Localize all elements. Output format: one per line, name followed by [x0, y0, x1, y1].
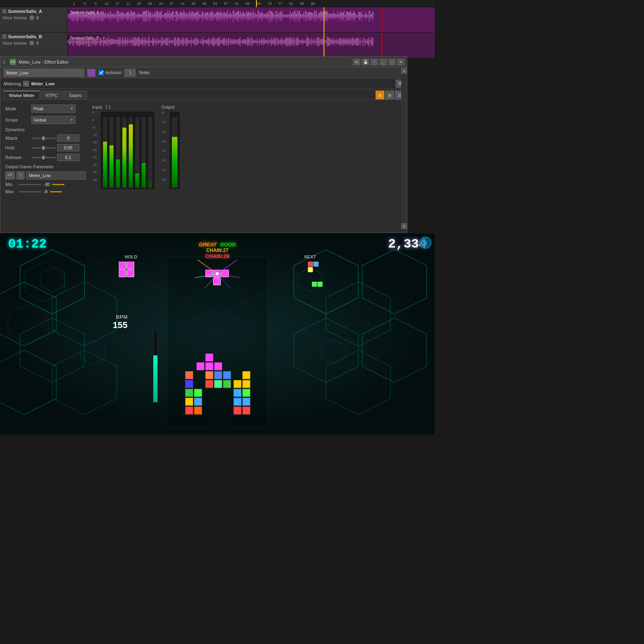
- svg-rect-743: [360, 38, 361, 45]
- help-btn[interactable]: ?: [371, 59, 378, 65]
- svg-rect-448: [122, 37, 123, 47]
- svg-rect-603: [247, 37, 248, 46]
- svg-rect-489: [155, 37, 156, 46]
- tab-rtpc[interactable]: RTPC: [41, 91, 63, 99]
- view-btn-1[interactable]: ▦: [376, 91, 384, 99]
- track-volume-knob-a[interactable]: [29, 15, 34, 20]
- svg-rect-715: [337, 40, 338, 43]
- track-playhead-b[interactable]: [324, 33, 324, 58]
- svg-rect-553: [207, 39, 208, 44]
- svg-rect-339: [341, 14, 341, 19]
- right-scrollbar[interactable]: ▲ ▼: [401, 68, 407, 229]
- effect-color-picker[interactable]: [87, 69, 95, 77]
- scroll-track[interactable]: [401, 74, 407, 223]
- attack-value[interactable]: 0: [57, 134, 79, 142]
- svg-rect-202: [230, 12, 231, 20]
- file-btn[interactable]: 🗁: [353, 59, 360, 65]
- min-slider[interactable]: [19, 184, 41, 185]
- mode-dropdown[interactable]: Peak ▼: [31, 105, 76, 113]
- ogp-name: Meter_Low: [26, 171, 86, 180]
- max-color-line: [50, 191, 62, 192]
- svg-rect-590: [237, 39, 237, 44]
- svg-rect-25: [88, 12, 89, 20]
- notes-btn[interactable]: Notes: [139, 70, 149, 75]
- track-waveform-a[interactable]: SummerSalts_A (function(){ var g = docum…: [68, 7, 435, 32]
- tab-wwise-meter[interactable]: Wwise Meter: [4, 91, 40, 99]
- maximize-btn[interactable]: □: [388, 59, 396, 65]
- svg-rect-483: [151, 41, 151, 42]
- tab-states[interactable]: States: [64, 91, 87, 99]
- max-slider[interactable]: [19, 191, 41, 192]
- inclusion-num[interactable]: 1: [124, 69, 136, 77]
- svg-rect-70: [124, 14, 125, 19]
- svg-rect-591: [237, 39, 238, 44]
- svg-rect-372: [367, 14, 368, 18]
- svg-rect-298: [308, 12, 308, 20]
- svg-rect-412: [93, 39, 94, 44]
- release-slider[interactable]: [31, 157, 56, 158]
- svg-rect-786: [127, 270, 134, 277]
- svg-rect-253: [271, 12, 272, 21]
- track-waveform-b[interactable]: SummerSalts_B (function(){ var g = docum…: [68, 33, 435, 58]
- tabs-bar: Wwise Meter RTPC States ▦ ⊞ ☰: [0, 89, 407, 100]
- close-btn[interactable]: ✕: [397, 59, 405, 65]
- ogp-icon-btn[interactable]: ⊤: [17, 171, 25, 180]
- drag-handle[interactable]: |||: [3, 60, 6, 64]
- hold-value[interactable]: 0.05: [57, 144, 79, 151]
- svg-rect-35: [96, 15, 97, 17]
- release-value[interactable]: 0.1: [57, 154, 79, 161]
- save-btn[interactable]: 💾: [362, 59, 369, 65]
- track-playhead-a[interactable]: [324, 7, 324, 32]
- hold-slider[interactable]: [31, 147, 56, 149]
- svg-rect-573: [223, 38, 224, 45]
- attack-slider[interactable]: [31, 138, 56, 139]
- svg-rect-275: [289, 14, 290, 18]
- svg-rect-100: [148, 10, 149, 22]
- svg-rect-508: [171, 41, 171, 43]
- svg-rect-378: [372, 12, 373, 20]
- svg-rect-550: [204, 40, 205, 43]
- svg-rect-429: [107, 37, 108, 45]
- svg-rect-601: [246, 39, 246, 45]
- svg-rect-717: [339, 39, 340, 45]
- svg-rect-18: [82, 10, 83, 22]
- metering-add-btn[interactable]: +: [23, 81, 29, 87]
- view-btn-2[interactable]: ⊞: [385, 91, 394, 99]
- track-volume-knob-b[interactable]: [29, 41, 34, 45]
- scroll-up-btn[interactable]: ▲: [401, 68, 407, 74]
- scroll-down-btn[interactable]: ▼: [401, 223, 407, 229]
- svg-rect-192: [222, 15, 223, 17]
- svg-rect-791: [318, 282, 322, 287]
- svg-rect-420: [100, 37, 101, 46]
- svg-rect-574: [224, 38, 225, 45]
- svg-rect-447: [122, 39, 122, 44]
- pause-button[interactable]: ⏸: [419, 237, 431, 249]
- svg-rect-798: [196, 362, 204, 370]
- svg-rect-38: [98, 12, 99, 21]
- track-checkbox-a[interactable]: [2, 9, 6, 13]
- svg-rect-747: [363, 41, 364, 42]
- svg-rect-31: [93, 12, 93, 21]
- svg-rect-614: [256, 41, 257, 42]
- svg-rect-474: [143, 40, 144, 44]
- ogp-arrow-btn[interactable]: >>: [5, 171, 15, 180]
- svg-rect-719: [341, 37, 341, 46]
- minimize-btn[interactable]: _: [380, 59, 387, 65]
- svg-rect-353: [352, 13, 353, 20]
- inclusion-checkbox[interactable]: [99, 70, 104, 75]
- svg-rect-301: [310, 13, 311, 20]
- track-checkbox-b[interactable]: [2, 35, 6, 39]
- svg-rect-336: [338, 15, 339, 18]
- svg-rect-30: [92, 11, 93, 21]
- svg-rect-91: [141, 14, 142, 18]
- effect-editor: ||| FX Meter_Low - Effect Editor 🗁 💾 ? _…: [0, 56, 407, 233]
- timeline-playhead[interactable]: [256, 0, 257, 7]
- svg-rect-151: [189, 11, 190, 21]
- scope-dropdown[interactable]: Global ▼: [31, 116, 76, 124]
- svg-rect-595: [241, 41, 242, 43]
- svg-rect-808: [233, 380, 242, 388]
- svg-rect-658: [291, 39, 292, 44]
- effect-name-field[interactable]: [4, 69, 84, 77]
- svg-rect-438: [114, 39, 115, 44]
- svg-rect-547: [202, 39, 203, 45]
